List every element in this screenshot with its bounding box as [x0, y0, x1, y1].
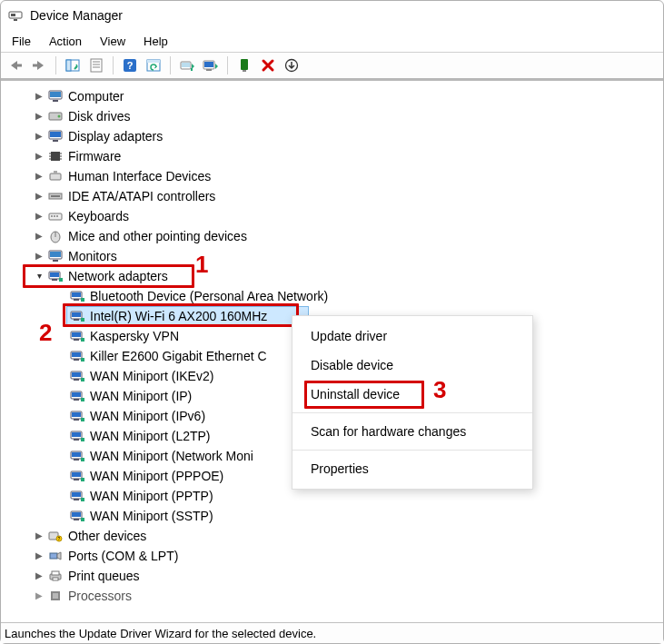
menu-view[interactable]: View	[93, 33, 136, 50]
svg-rect-103	[81, 518, 84, 521]
svg-rect-14	[147, 60, 160, 63]
tree-label: Firmware	[66, 147, 123, 165]
chevron-right-icon[interactable]: ▶	[32, 129, 46, 144]
tree-label: Keyboards	[66, 207, 131, 225]
context-menu-properties[interactable]: Properties	[292, 454, 532, 483]
svg-point-28	[58, 115, 61, 118]
tree-label: Network adapters	[66, 267, 170, 285]
svg-rect-95	[81, 478, 84, 481]
tree-item-other-devices[interactable]: ▶ ? Other devices	[8, 526, 663, 546]
menu-action[interactable]: Action	[42, 33, 93, 50]
show-hide-tree-icon[interactable]	[62, 54, 84, 76]
uninstall-x-icon[interactable]	[257, 54, 279, 76]
context-menu-separator	[292, 450, 532, 451]
network-adapter-icon	[68, 289, 86, 303]
svg-rect-70	[74, 359, 79, 361]
context-menu-update-driver[interactable]: Update driver	[292, 322, 532, 351]
svg-rect-59	[81, 298, 84, 302]
svg-rect-21	[241, 59, 248, 70]
network-adapter-icon	[68, 409, 86, 423]
chevron-right-icon[interactable]: ▶	[32, 209, 46, 223]
menu-file[interactable]: File	[5, 33, 42, 50]
chevron-right-icon[interactable]: ▶	[32, 569, 46, 583]
chevron-right-icon[interactable]: ▶	[32, 149, 46, 163]
tree-label: Print queues	[66, 567, 142, 585]
tree-item-display-adapters[interactable]: ▶ Display adapters	[8, 126, 663, 146]
svg-rect-50	[50, 252, 61, 257]
menu-help[interactable]: Help	[136, 33, 179, 50]
context-menu-uninstall-device[interactable]: Uninstall device	[292, 380, 532, 409]
tree-item-ide[interactable]: ▶ IDE ATA/ATAPI controllers	[8, 186, 663, 206]
refresh-icon[interactable]	[143, 54, 164, 76]
svg-rect-55	[59, 278, 63, 282]
svg-rect-94	[74, 479, 79, 481]
tree-item-computer[interactable]: ▶ Computer	[8, 86, 663, 106]
chevron-right-icon[interactable]: ▶	[32, 109, 46, 124]
update-driver-icon[interactable]	[176, 54, 198, 76]
svg-rect-19	[204, 62, 213, 67]
chevron-right-icon[interactable]: ▶	[32, 589, 46, 603]
ide-icon	[46, 189, 64, 203]
network-adapter-icon	[68, 489, 86, 503]
tree-item-keyboards[interactable]: ▶ Keyboards	[8, 206, 663, 226]
context-menu-scan-hardware[interactable]: Scan for hardware changes	[292, 417, 532, 446]
context-menu-separator	[292, 412, 532, 413]
network-adapter-icon	[68, 469, 86, 483]
tree-item-hid[interactable]: ▶ Human Interface Devices	[8, 166, 663, 186]
download-icon[interactable]	[281, 54, 302, 76]
svg-rect-74	[74, 379, 79, 381]
tree-label: Monitors	[66, 247, 119, 265]
tree-item-network-child[interactable]: WAN Miniport (SSTP)	[8, 506, 663, 526]
chip-icon	[46, 149, 64, 163]
other-icon: ?	[46, 529, 64, 543]
toolbar-separator	[170, 56, 171, 74]
tree-item-ports[interactable]: ▶ Ports (COM & LPT)	[8, 546, 663, 566]
properties-icon[interactable]	[85, 54, 107, 76]
chevron-right-icon[interactable]: ▶	[32, 529, 46, 543]
tree-item-processors[interactable]: ▶ Processors	[8, 586, 663, 606]
back-arrow-icon[interactable]	[5, 54, 26, 76]
svg-rect-83	[81, 418, 84, 421]
chevron-down-icon[interactable]: ▾	[32, 269, 46, 283]
display-icon	[46, 129, 64, 144]
chevron-right-icon[interactable]: ▶	[32, 549, 46, 563]
tree-item-network-child[interactable]: Bluetooth Device (Personal Area Network)	[8, 286, 663, 306]
tree-label: Disk drives	[66, 107, 132, 125]
tree-item-mice[interactable]: ▶ Mice and other pointing devices	[8, 226, 663, 246]
statusbar: Launches the Update Driver Wizard for th…	[1, 623, 663, 643]
forward-arrow-icon[interactable]	[28, 54, 50, 76]
svg-rect-99	[81, 498, 84, 501]
svg-rect-91	[81, 458, 84, 461]
tree-item-monitors[interactable]: ▶ Monitors	[8, 246, 663, 266]
svg-rect-101	[72, 512, 81, 517]
chevron-right-icon[interactable]: ▶	[32, 249, 46, 263]
svg-rect-16	[182, 63, 190, 67]
svg-rect-112	[53, 593, 58, 599]
svg-rect-82	[74, 419, 79, 421]
tree-item-print-queues[interactable]: ▶ Print queues	[8, 566, 663, 586]
chevron-right-icon[interactable]: ▶	[32, 189, 46, 203]
tree-label: WAN Miniport (IKEv2)	[88, 367, 215, 385]
help-icon[interactable]: ?	[119, 54, 141, 76]
scan-hardware-icon[interactable]	[200, 54, 222, 76]
menubar: File Action View Help	[1, 30, 663, 52]
tree-label: Kaspersky VPN	[88, 327, 181, 345]
svg-rect-61	[72, 312, 81, 317]
svg-rect-77	[72, 392, 81, 397]
svg-rect-110	[53, 578, 58, 580]
tree-item-network-adapters[interactable]: ▾ Network adapters	[8, 266, 663, 286]
tree-label: WAN Miniport (SSTP)	[88, 507, 215, 525]
svg-rect-1	[11, 14, 15, 16]
tree-label: WAN Miniport (Network Moni	[88, 447, 255, 465]
tree-item-disk-drives[interactable]: ▶ Disk drives	[8, 106, 663, 126]
enable-device-icon[interactable]	[233, 54, 255, 76]
tree-label: IDE ATA/ATAPI controllers	[66, 187, 217, 205]
chevron-right-icon[interactable]: ▶	[32, 89, 46, 104]
svg-rect-58	[74, 299, 79, 301]
tree-item-firmware[interactable]: ▶ Firmware	[8, 146, 663, 166]
tree-label: WAN Miniport (IP)	[88, 387, 193, 405]
chevron-right-icon[interactable]: ▶	[32, 169, 46, 183]
context-menu-disable-device[interactable]: Disable device	[292, 351, 532, 380]
device-tree-container[interactable]: ▶ Computer ▶ Disk drives ▶ Display adapt…	[1, 81, 663, 623]
chevron-right-icon[interactable]: ▶	[32, 229, 46, 243]
